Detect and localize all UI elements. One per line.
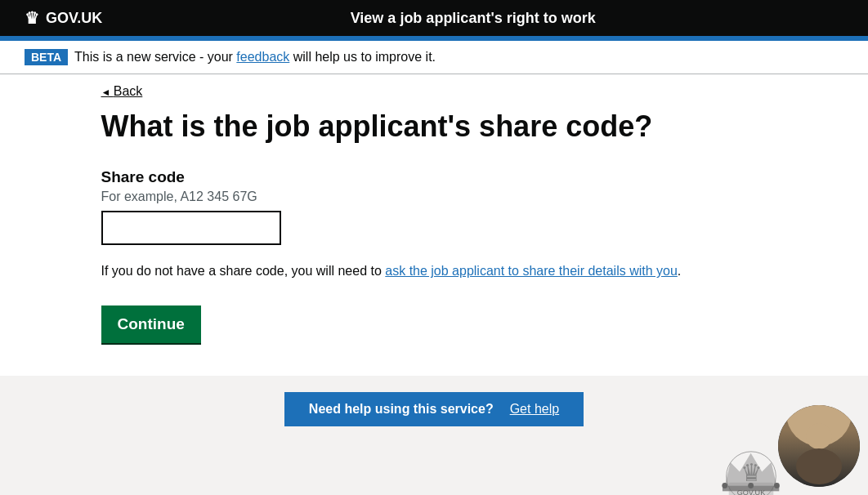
footer-inner: Privacy Cookies Help Accessibility state…	[77, 443, 792, 495]
share-code-label: Share code	[101, 168, 767, 186]
gov-logo[interactable]: ♛ GOV.UK	[25, 8, 102, 28]
feedback-link[interactable]: feedback	[236, 50, 289, 64]
crown-icon: ♛	[25, 8, 39, 28]
content-inner: Back What is the job applicant's share c…	[77, 74, 792, 376]
gov-logo-text: GOV.UK	[46, 10, 102, 27]
info-text-after: .	[678, 264, 681, 278]
share-code-group: Share code For example, A12 345 67G	[101, 168, 767, 245]
help-banner-text: Need help using this service?	[309, 402, 494, 417]
back-label: Back	[114, 84, 143, 98]
webcam-overlay	[778, 405, 860, 487]
beta-banner: BETA This is a new service - your feedba…	[0, 41, 868, 74]
back-link[interactable]: Back	[101, 74, 143, 109]
site-header: ♛ GOV.UK View a job applicant's right to…	[0, 0, 868, 36]
service-title: View a job applicant's right to work	[351, 10, 596, 27]
share-code-input[interactable]	[101, 211, 281, 245]
share-code-hint: For example, A12 345 67G	[101, 190, 767, 204]
info-text-before: If you do not have a share code, you wil…	[101, 264, 386, 278]
info-text: If you do not have a share code, you wil…	[101, 261, 767, 281]
svg-point-9	[806, 423, 832, 449]
footer-links-container: Privacy Cookies Help Accessibility state…	[77, 469, 375, 495]
ask-applicant-link[interactable]: ask the job applicant to share their det…	[385, 264, 678, 278]
footer-area: Privacy Cookies Help Accessibility state…	[0, 426, 868, 495]
content-area: Back What is the job applicant's share c…	[0, 74, 868, 376]
continue-button[interactable]: Continue	[101, 305, 201, 343]
svg-point-10	[796, 448, 842, 484]
help-banner: Need help using this service? Get help	[284, 392, 584, 426]
svg-rect-7	[722, 486, 778, 492]
page-title: What is the job applicant's share code?	[101, 109, 767, 144]
webcam-person	[778, 405, 860, 487]
get-help-link[interactable]: Get help	[510, 402, 559, 417]
beta-banner-text: This is a new service - your feedback wi…	[74, 50, 436, 65]
beta-text-before: This is a new service - your	[74, 50, 236, 64]
beta-tag: BETA	[25, 49, 68, 65]
beta-text-after: will help us to improve it.	[289, 50, 436, 64]
